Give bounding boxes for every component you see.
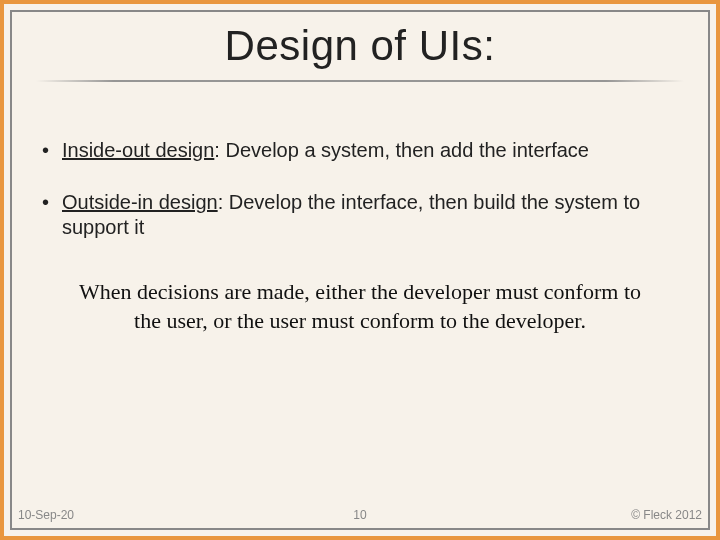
bullet-term: Inside-out design — [62, 139, 214, 161]
footer: 10-Sep-20 10 © Fleck 2012 — [18, 508, 702, 522]
list-item: Outside-in design: Develop the interface… — [40, 190, 686, 241]
bullet-term: Outside-in design — [62, 191, 218, 213]
footer-page-number: 10 — [18, 508, 702, 522]
slide: Design of UIs: Inside-out design: Develo… — [0, 0, 720, 540]
inner-frame — [10, 10, 710, 530]
list-item: Inside-out design: Develop a system, the… — [40, 138, 686, 164]
bullet-rest: : Develop a system, then add the interfa… — [214, 139, 589, 161]
bullet-list: Inside-out design: Develop a system, the… — [34, 138, 686, 241]
footer-date: 10-Sep-20 — [18, 508, 74, 522]
footer-copyright: © Fleck 2012 — [631, 508, 702, 522]
